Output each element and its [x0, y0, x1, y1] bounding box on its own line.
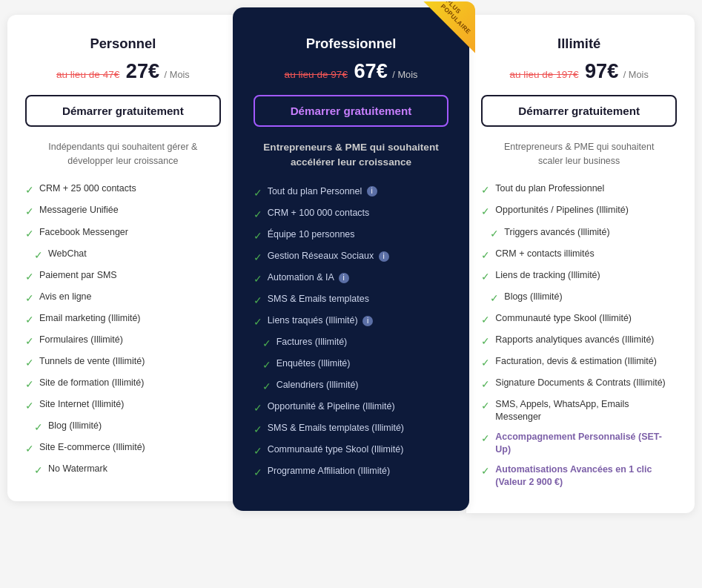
check-icon: ✓ [25, 291, 34, 305]
list-item: ✓Email marketing (Illimité) [25, 312, 221, 327]
check-icon: ✓ [25, 313, 34, 327]
popular-badge-text: PLUSPOPULAIRE [440, 1, 475, 36]
list-item: ✓Factures (Illimité) [254, 336, 449, 351]
list-item: ✓Blogs (Illimité) [481, 291, 677, 305]
list-item: ✓Automatisations Avancées en 1 clic (Val… [481, 463, 677, 489]
list-item: ✓CRM + 100 000 contacts [254, 207, 449, 222]
check-icon: ✓ [254, 444, 262, 458]
check-icon: ✓ [481, 356, 490, 370]
list-item: ✓Messagerie Unifiée [25, 204, 221, 219]
list-item: ✓Signature Documents & Contrats (Illimit… [481, 377, 677, 392]
plan-personal-price: 27€ [126, 59, 159, 82]
check-icon: ✓ [254, 272, 262, 286]
info-icon[interactable]: i [362, 316, 373, 326]
plan-personal: Personnel au lieu de 47€ 27€ / Mois Déma… [7, 15, 236, 501]
plan-illimite-price-row: au lieu de 197€ 97€ / Mois [481, 59, 677, 83]
list-item: ✓Site E-commerce (Illimité) [25, 441, 221, 456]
list-item: ✓No Watermark [25, 463, 221, 478]
plan-pro-cta[interactable]: Démarrer gratuitement [254, 95, 449, 127]
check-icon: ✓ [25, 205, 34, 219]
list-item: ✓Facebook Messenger [25, 226, 221, 241]
list-item: ✓Communauté type Skool (Illimité) [254, 443, 449, 458]
plan-pro-price-row: au lieu de 97€ 67€ / Mois [254, 59, 449, 83]
plan-illimite: Illimité au lieu de 197€ 97€ / Mois Déma… [466, 15, 695, 513]
list-item: ✓WebChat [25, 248, 221, 262]
plan-illimite-features: ✓Tout du plan Professionnel ✓Opportunité… [481, 182, 677, 489]
check-icon: ✓ [34, 420, 43, 435]
check-icon: ✓ [481, 334, 490, 348]
plan-personal-desc: Indépendants qui souhaitent gérer &dével… [25, 140, 221, 168]
plan-pro-desc: Entrepreneurs & PME qui souhaitentaccélé… [254, 140, 449, 171]
plan-pro-price: 67€ [354, 59, 387, 82]
check-icon: ✓ [254, 186, 262, 200]
list-item: ✓Rapports analytiques avancés (Illimité) [481, 334, 677, 348]
check-icon: ✓ [25, 377, 34, 392]
check-icon: ✓ [254, 466, 262, 480]
list-item: ✓Triggers avancés (Illimité) [481, 226, 677, 241]
list-item: ✓Calendriers (Illimité) [254, 379, 449, 394]
check-icon: ✓ [262, 358, 271, 372]
list-item: ✓Facturation, devis & estimation (Illimi… [481, 355, 677, 370]
check-icon: ✓ [481, 248, 490, 262]
plan-illimite-cta[interactable]: Démarrer gratuitement [481, 95, 677, 127]
list-item: ✓SMS & Emails templates (Illimité) [254, 422, 449, 437]
info-icon[interactable]: i [339, 273, 349, 283]
check-icon: ✓ [254, 401, 262, 415]
check-icon: ✓ [25, 399, 34, 413]
plan-illimite-desc: Entrepreneurs & PME qui souhaitentscaler… [481, 140, 677, 168]
check-icon: ✓ [481, 464, 490, 478]
plan-personal-cta[interactable]: Démarrer gratuitement [25, 95, 221, 127]
check-icon: ✓ [25, 227, 34, 241]
plan-illimite-price: 97€ [585, 59, 618, 82]
list-item: ✓Tout du plan Professionnel [481, 182, 677, 197]
list-item: ✓Site de formation (Illimité) [25, 377, 221, 392]
check-icon: ✓ [481, 313, 490, 327]
list-item: ✓Programme Affiliation (Illimité) [254, 465, 449, 480]
list-item: ✓Opportunités / Pipelines (Illimité) [481, 204, 677, 219]
list-item: ✓Liens traqués (Illimité) i [254, 314, 449, 329]
check-icon: ✓ [25, 270, 34, 284]
plan-personal-price-period: / Mois [165, 69, 190, 80]
list-item: ✓Communauté type Skool (Illimité) [481, 312, 677, 327]
list-item: ✓Avis en ligne [25, 291, 221, 305]
check-icon: ✓ [481, 205, 490, 219]
plan-illimite-title: Illimité [481, 36, 677, 52]
info-icon[interactable]: i [367, 186, 377, 196]
check-icon: ✓ [481, 432, 490, 446]
check-icon: ✓ [25, 183, 34, 197]
info-icon[interactable]: i [379, 251, 389, 262]
check-icon: ✓ [254, 423, 262, 437]
plan-personal-price-old: au lieu de 47€ [56, 69, 119, 80]
check-icon: ✓ [481, 377, 490, 392]
list-item: ✓Tout du plan Personnel i [254, 185, 449, 200]
list-item: ✓CRM + 25 000 contacts [25, 182, 221, 197]
plan-pro: PLUSPOPULAIRE Professionnel au lieu de 9… [233, 7, 470, 511]
plan-illimite-price-period: / Mois [623, 69, 649, 80]
plan-personal-title: Personnel [25, 36, 221, 52]
list-item: ✓Automation & IA i [254, 271, 449, 286]
list-item: ✓CRM + contacts illimités [481, 248, 677, 262]
check-icon: ✓ [254, 315, 262, 329]
check-icon: ✓ [254, 294, 262, 308]
list-item: ✓Tunnels de vente (Illimité) [25, 355, 221, 370]
plan-personal-price-row: au lieu de 47€ 27€ / Mois [25, 59, 221, 83]
list-item: ✓Paiement par SMS [25, 269, 221, 284]
check-icon: ✓ [262, 337, 271, 351]
check-icon: ✓ [254, 208, 262, 222]
check-icon: ✓ [254, 229, 262, 243]
list-item: ✓Opportunité & Pipeline (Illimité) [254, 400, 449, 415]
list-item: ✓SMS & Emails templates [254, 293, 449, 308]
check-icon: ✓ [254, 251, 262, 265]
list-item: ✓Enquêtes (Illimité) [254, 357, 449, 372]
list-item: ✓Formulaires (Illimité) [25, 334, 221, 348]
plan-pro-price-old: au lieu de 97€ [285, 69, 348, 80]
plan-pro-title: Professionnel [254, 36, 449, 52]
plan-personal-features: ✓CRM + 25 000 contacts ✓Messagerie Unifi… [25, 182, 221, 477]
plan-pro-price-period: / Mois [392, 69, 417, 80]
check-icon: ✓ [490, 227, 499, 241]
check-icon: ✓ [25, 356, 34, 370]
check-icon: ✓ [481, 270, 490, 284]
list-item: ✓Équipe 10 personnes [254, 228, 449, 243]
list-item: ✓Blog (Illimité) [25, 420, 221, 435]
check-icon: ✓ [481, 183, 490, 197]
